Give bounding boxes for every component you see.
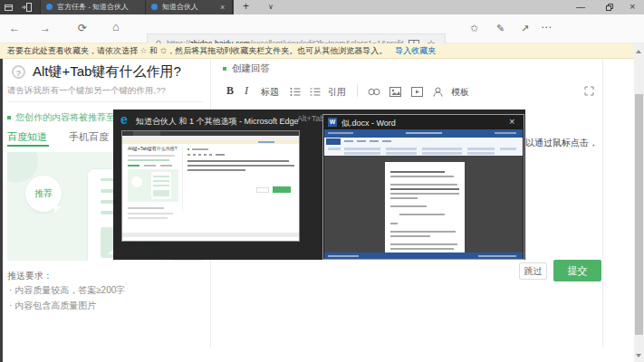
- ordered-list-icon[interactable]: [290, 87, 301, 97]
- refresh-icon[interactable]: ⟳: [78, 23, 87, 33]
- home-icon[interactable]: ⌂: [112, 22, 120, 33]
- more-menu-icon[interactable]: ⋯: [541, 22, 552, 33]
- notification-text: 若要在此处查看收藏夹，请依次选择 ☆ 和 ✩，然后将其拖动到收藏夹栏文件夹。也可…: [7, 43, 436, 58]
- tab-menu-icon[interactable]: ∨: [268, 3, 274, 12]
- edge-window-title: 知道合伙人 和 1 个其他选项 - Microsoft Edge: [136, 116, 299, 128]
- import-favorites-link[interactable]: 导入收藏夹: [395, 46, 436, 55]
- unordered-list-icon[interactable]: [310, 87, 321, 97]
- requirement-item: · 内容包含高质量图片: [9, 300, 96, 312]
- minimize-button[interactable]: —: [576, 3, 585, 12]
- mini-question-title: Alt键+Tab键有什么作用?: [128, 146, 178, 151]
- new-tab-button[interactable]: +: [243, 2, 249, 11]
- video-icon[interactable]: [411, 87, 423, 97]
- active-tab-underline: [7, 145, 49, 147]
- question-description: 请告诉我所有一个键加另一个键的作用,??: [7, 85, 166, 97]
- back-icon[interactable]: ←: [9, 23, 20, 33]
- submit-button[interactable]: 提交: [553, 260, 601, 281]
- scrollbar-thumb[interactable]: [635, 94, 643, 335]
- favorites-notification-bar: 若要在此处查看收藏夹，请依次选择 ☆ 和 ✩，然后将其拖动到收藏夹栏文件夹。也可…: [0, 43, 634, 59]
- share-icon[interactable]: ↗: [521, 23, 529, 33]
- editor-text-fragment: 以通过鼠标点击，: [525, 137, 598, 149]
- browser-tab-2[interactable]: 知道合伙人 ×: [145, 0, 233, 14]
- fullscreen-expand-icon[interactable]: [584, 86, 594, 96]
- tab-close-icon[interactable]: ×: [220, 0, 225, 14]
- edge-window-thumbnail[interactable]: Alt键+Tab键有什么作用?: [121, 130, 300, 242]
- tab-title: 官方任务 - 知道合伙人: [57, 0, 143, 14]
- quote-button[interactable]: 引用: [328, 86, 346, 99]
- hub-favorites-icon[interactable]: ✩: [470, 23, 478, 33]
- close-window-button[interactable]: ×: [630, 2, 635, 11]
- tab-preview-icon[interactable]: [5, 3, 14, 12]
- skip-button[interactable]: 跳过: [519, 262, 547, 280]
- browser-nav-row: ← → ⟳ ⌂ https://zhidao.baidu.com/excelle…: [0, 14, 644, 43]
- word-window-title: 似.docx - Word: [341, 118, 396, 129]
- tab-shouji-baidu[interactable]: 手机百度: [69, 130, 109, 144]
- green-bullet: [7, 116, 11, 119]
- heading-button[interactable]: 标题: [261, 86, 279, 99]
- baidu-favicon: [46, 4, 53, 10]
- word-preview: [324, 129, 523, 259]
- italic-button[interactable]: I: [245, 84, 248, 98]
- annotate-pen-icon[interactable]: ✎: [496, 23, 505, 33]
- bold-button[interactable]: B: [226, 84, 234, 98]
- editor-right-divider: [602, 59, 603, 348]
- requirements-title: 推送要求：: [7, 270, 53, 282]
- promo-lead-text: 您创作的内容将被推荐至: [15, 111, 115, 124]
- question-title: Alt键+Tab键有什么作用?: [33, 63, 181, 81]
- editor-header: 创建回答: [232, 62, 270, 75]
- set-tabs-aside-icon[interactable]: [22, 3, 32, 12]
- word-document-page: [385, 162, 465, 252]
- question-mark-icon: ?: [12, 65, 25, 79]
- screen: 官方任务 - 知道合伙人 知道合伙人 × + ∨ — × ← → ⟳ ⌂ htt…: [0, 0, 644, 362]
- image-icon[interactable]: [389, 87, 401, 97]
- green-bullet: [223, 67, 226, 71]
- tab-title: 知道合伙人: [162, 0, 198, 14]
- mention-person-icon[interactable]: [433, 87, 443, 97]
- star-icon: ☆: [140, 46, 148, 55]
- baidu-favicon: [151, 4, 158, 10]
- edge-logo-icon: e: [120, 113, 128, 126]
- toolbar-divider: [357, 84, 358, 97]
- browser-tab-1[interactable]: 官方任务 - 知道合伙人: [40, 0, 145, 14]
- template-button[interactable]: 模板: [451, 86, 469, 99]
- left-edge-strip: [0, 59, 3, 362]
- scrollbar-up-arrow[interactable]: [636, 50, 641, 53]
- badge-tail: [54, 206, 61, 213]
- word-window-thumbnail[interactable]: W 似.docx - Word ×: [322, 114, 524, 260]
- word-close-icon[interactable]: ×: [509, 116, 514, 127]
- tab-baidu-zhidao[interactable]: 百度知道: [7, 130, 47, 144]
- link-icon[interactable]: [368, 87, 380, 97]
- scrollbar-down-arrow[interactable]: [636, 354, 641, 357]
- restore-button[interactable]: [605, 3, 614, 12]
- divider: [7, 101, 203, 102]
- forward-icon[interactable]: →: [40, 23, 51, 33]
- requirement-item: · 内容质量较高，答案≥200字: [9, 284, 125, 297]
- browser-tab-bar: 官方任务 - 知道合伙人 知道合伙人 × + ∨ — ×: [0, 0, 644, 14]
- word-logo-icon: W: [328, 118, 337, 127]
